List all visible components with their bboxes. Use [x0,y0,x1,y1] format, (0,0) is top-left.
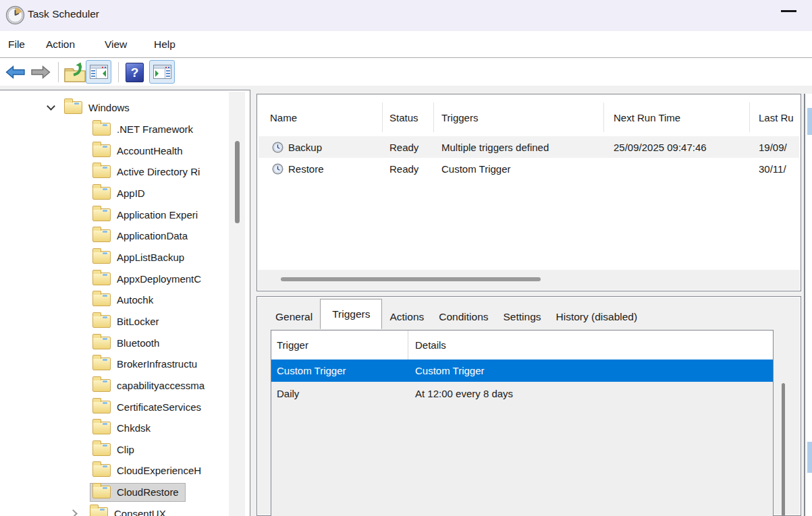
task-detail-pane: General Triggers Actions Conditions Sett… [256,296,801,516]
tree-item[interactable]: AppxDeploymentC [0,268,227,289]
tree-item[interactable]: AppListBackup [0,247,227,268]
triggers-table-header: Trigger Details [271,331,773,360]
tree-item-windows[interactable]: Windows [0,97,227,119]
tree-item[interactable]: BitLocker [0,311,227,333]
action-pane-icon [153,65,171,79]
tree-item[interactable]: AppID [0,183,227,204]
folder-icon [92,208,111,221]
show-hide-action-pane-button[interactable] [149,60,175,84]
tab-settings[interactable]: Settings [496,306,549,328]
tree-scrollbar[interactable] [229,92,245,516]
table-row-restore[interactable]: Restore Ready Custom Trigger 30/11/ [259,158,799,179]
action-pane-sliver [804,94,812,516]
tree-item[interactable]: .NET Framework [0,119,227,140]
tab-triggers[interactable]: Triggers [320,299,382,329]
folder-icon [92,486,111,498]
menu-help[interactable]: Help [154,31,175,57]
tree-item[interactable]: capabilityaccessma [0,375,227,397]
task-list-header: Name Status Triggers Next Run Time Last … [259,103,799,132]
trigger-name: Custom Trigger [271,360,408,382]
menu-action[interactable]: Action [46,31,75,57]
folder-icon [92,165,111,178]
tree-item[interactable]: Bluetooth [0,332,227,353]
tree-item-label: CloudRestore [117,486,179,498]
trigger-row-daily[interactable]: Daily At 12:00 every 8 days [271,382,773,405]
tree-item[interactable]: CertificateServices [0,396,227,418]
tab-general[interactable]: General [268,306,320,328]
tree-item[interactable]: Active Directory Ri [0,161,227,183]
tree-item-label: Autochk [117,294,153,306]
help-icon[interactable]: ? [126,63,144,82]
menu-view[interactable]: View [105,31,127,57]
tree-item[interactable]: AccountHealth [0,140,227,161]
toolbar-separator [58,62,59,82]
menu-file[interactable]: File [8,31,25,57]
column-header-details[interactable]: Details [408,331,773,360]
tree-item[interactable]: Clip [0,439,227,461]
column-header-last-run-time[interactable]: Last Ru [750,103,799,132]
task-last-run-time: 19/09/ [750,142,799,153]
action-pane-scrollbar-thumb[interactable] [807,108,812,135]
tree-item-label: AppxDeploymentC [117,273,201,285]
chevron-right-icon[interactable] [69,509,78,516]
task-name: Backup [288,142,322,153]
tree-item-label: Active Directory Ri [117,166,200,177]
action-pane-scrollbar-thumb[interactable] [807,442,812,473]
tab-conditions[interactable]: Conditions [431,306,495,328]
folder-icon [92,315,111,328]
tree-item-selected[interactable]: CloudRestore [0,482,227,503]
tree-item-label: BrokerInfrastructu [117,358,197,370]
detail-scrollbar-thumb[interactable] [782,383,785,516]
column-header-triggers[interactable]: Triggers [434,103,604,132]
horizontal-scrollbar[interactable] [258,270,800,290]
folder-icon [92,401,111,413]
tree-item[interactable]: CloudExperienceH [0,460,227,482]
task-clock-icon [272,163,283,175]
task-triggers: Custom Trigger [434,163,604,175]
folder-icon [92,229,111,242]
console-tree-icon [90,65,108,79]
task-list-pane: Name Status Triggers Next Run Time Last … [256,94,801,291]
trigger-row-custom-trigger[interactable]: Custom Trigger Custom Trigger [271,360,773,382]
tree-item-label: Chkdsk [117,422,151,434]
column-header-trigger[interactable]: Trigger [271,331,408,360]
task-last-run-time: 30/11/ [750,163,799,175]
tree-item[interactable]: BrokerInfrastructu [0,353,227,375]
tree-item[interactable]: Autochk [0,289,227,311]
show-hide-console-tree-button[interactable] [86,60,111,84]
column-header-next-run-time[interactable]: Next Run Time [604,103,750,132]
horizontal-scrollbar-thumb[interactable] [281,277,541,281]
tree-item[interactable]: ConsentUX [0,503,227,516]
task-status: Ready [383,163,434,175]
task-triggers: Multiple triggers defined [434,142,604,153]
tree-selection[interactable]: CloudRestore [90,483,186,502]
tree-item[interactable]: Chkdsk [0,418,227,439]
tree-item[interactable]: Application Experi [0,204,227,225]
tree-item-label: ApplicationData [117,230,188,241]
column-header-status[interactable]: Status [383,103,434,132]
folder-icon [92,464,111,477]
minimize-button[interactable] [781,10,796,12]
folder-icon [92,422,111,434]
folder-tree: Windows .NET Framework AccountHealth Act… [0,97,227,516]
task-next-run-time: 25/09/2025 09:47:46 [604,142,750,153]
title-bar: Task Scheduler [0,0,812,31]
forward-arrow-icon[interactable] [30,64,51,80]
task-scheduler-clock-icon [5,5,25,25]
tree-item-label: AppListBackup [117,252,184,263]
tree-item-label: Windows [88,102,130,113]
tree-item-label: AppID [117,188,145,199]
column-header-name[interactable]: Name [259,103,383,132]
tab-actions[interactable]: Actions [382,306,431,328]
tab-history[interactable]: History (disabled) [549,306,645,328]
tree-item[interactable]: ApplicationData [0,225,227,247]
table-row-backup[interactable]: Backup Ready Multiple triggers defined 2… [259,136,799,158]
export-folder-icon[interactable] [63,61,86,83]
tree-scrollbar-thumb[interactable] [235,141,240,223]
chevron-down-icon[interactable] [47,102,55,111]
tree-item-label: BitLocker [117,316,159,327]
folder-icon [92,251,111,264]
tree-item-label: AccountHealth [117,145,183,156]
back-arrow-icon[interactable] [5,64,26,80]
toolbar-separator [118,62,119,82]
